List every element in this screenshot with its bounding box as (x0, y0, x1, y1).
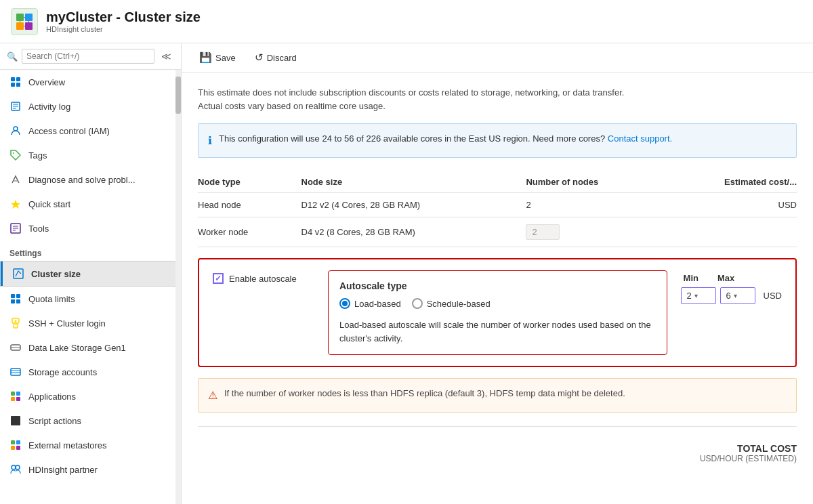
svg-rect-2 (16, 22, 24, 30)
total-cost-sub: USD/HOUR (ESTIMATED) (198, 454, 797, 463)
svg-rect-3 (25, 22, 33, 30)
access-control-icon (9, 125, 22, 137)
col-node-type: Node type (198, 171, 301, 193)
sidebar-item-label: Applications (28, 392, 76, 402)
sidebar-item-tools[interactable]: Tools (0, 216, 175, 240)
sidebar-item-cluster-size[interactable]: Cluster size (0, 261, 175, 287)
diagnose-icon (9, 173, 22, 186)
radio-load-based[interactable]: Load-based (339, 298, 401, 309)
collapse-icon[interactable]: ≪ (159, 49, 174, 63)
storage-icon (9, 366, 22, 378)
contact-support-link[interactable]: Contact support. (608, 133, 672, 144)
cluster-icon (15, 12, 34, 31)
script-actions-icon (9, 415, 22, 427)
nodes-table: Node type Node size Number of nodes Esti… (198, 171, 797, 247)
sidebar-item-tags[interactable]: Tags (0, 143, 175, 167)
autoscale-radios: Load-based Schedule-based (339, 298, 656, 309)
svg-point-45 (16, 465, 20, 469)
head-node-cost: USD (669, 193, 797, 217)
sidebar-item-external-metastores[interactable]: External metastores (0, 433, 175, 457)
sidebar-item-label: Diagnose and solve probl... (28, 175, 136, 185)
info-icon: ℹ (208, 133, 212, 149)
svg-point-17 (13, 152, 14, 154)
discard-button[interactable]: ↺ Discard (251, 49, 301, 66)
search-container: 🔍 ≪ (0, 43, 181, 70)
sidebar-item-activity-log[interactable]: Activity log (0, 94, 175, 119)
overview-icon (9, 76, 22, 88)
discard-icon: ↺ (255, 51, 264, 64)
sidebar-item-hdinsight-partner[interactable]: HDInsight partner (0, 457, 175, 482)
worker-node-size: D4 v2 (8 Cores, 28 GB RAM) (301, 217, 526, 247)
data-lake-icon (9, 341, 22, 354)
max-value-select[interactable]: 6 ▾ (720, 287, 755, 304)
sidebar-item-label: Tags (28, 150, 47, 161)
radio-outer-empty (412, 298, 423, 309)
save-button[interactable]: 💾 Save (195, 49, 240, 66)
radio-schedule-based[interactable]: Schedule-based (412, 298, 491, 309)
header-title: myCluster - Cluster size (46, 9, 201, 25)
sidebar-item-label: SSH + Cluster login (28, 318, 106, 329)
min-value-select[interactable]: 2 ▾ (681, 287, 716, 304)
col-est-cost: Estimated cost/... (669, 171, 797, 193)
sidebar-item-diagnose[interactable]: Diagnose and solve probl... (0, 167, 175, 192)
sidebar-item-script-actions[interactable]: Script actions (0, 408, 175, 433)
svg-rect-11 (16, 83, 20, 87)
search-input[interactable] (22, 49, 154, 64)
svg-rect-29 (14, 324, 18, 328)
svg-rect-10 (11, 83, 15, 87)
save-label: Save (215, 53, 236, 63)
svg-rect-25 (11, 299, 15, 303)
header: myCluster - Cluster size HDInsight clust… (0, 0, 813, 43)
autoscale-checkbox[interactable]: ✓ (213, 273, 224, 284)
autoscale-inner-box: Autoscale type Load-based Schedule-based (328, 270, 667, 355)
sidebar-nav: Overview Activity log Access control (IA… (0, 70, 175, 504)
sidebar-item-quick-start[interactable]: Quick start (0, 192, 175, 216)
sidebar-item-label: Quota limits (28, 294, 75, 304)
applications-icon (9, 390, 22, 402)
svg-rect-22 (14, 269, 23, 278)
sidebar-item-label: Tools (28, 224, 49, 234)
info-text: This estimate does not include subscript… (198, 86, 797, 112)
header-text: myCluster - Cluster size HDInsight clust… (46, 9, 201, 33)
quota-limits-icon (9, 293, 22, 305)
divider (198, 426, 797, 427)
total-cost: TOTAL COST USD/HOUR (ESTIMATED) (198, 438, 797, 469)
sidebar-item-label: HDInsight partner (28, 465, 98, 475)
min-label: Min (684, 273, 699, 283)
config-info-text: This configuration will use 24 to 56 of … (219, 133, 605, 144)
table-row: Worker node D4 v2 (8 Cores, 28 GB RAM) 2 (198, 217, 797, 247)
hdinsight-partner-icon (9, 463, 22, 476)
svg-rect-38 (16, 397, 20, 401)
sidebar-item-applications[interactable]: Applications (0, 384, 175, 408)
warning-icon: ⚠ (208, 387, 217, 404)
sidebar-item-data-lake[interactable]: Data Lake Storage Gen1 (0, 335, 175, 360)
svg-rect-24 (16, 294, 20, 298)
sidebar-item-overview[interactable]: Overview (0, 70, 175, 94)
warning-text: If the number of worker nodes is less th… (224, 387, 625, 400)
sidebar-item-storage-accounts[interactable]: Storage accounts (0, 360, 175, 384)
sidebar-item-label: Overview (28, 77, 65, 87)
tags-icon (9, 149, 22, 161)
min-value: 2 (687, 291, 692, 301)
min-chevron-icon: ▾ (694, 292, 698, 299)
col-node-size: Node size (301, 171, 526, 193)
svg-rect-37 (11, 397, 15, 401)
sidebar-item-label: Script actions (28, 416, 81, 426)
sidebar-item-access-control[interactable]: Access control (IAM) (0, 119, 175, 143)
activity-log-icon (9, 100, 22, 112)
head-node-type: Head node (198, 193, 301, 217)
svg-rect-43 (16, 446, 20, 450)
sidebar: 🔍 ≪ Overview Activity log (0, 43, 182, 504)
svg-rect-40 (11, 440, 15, 444)
worker-node-type: Worker node (198, 217, 301, 247)
content-body: This estimate does not include subscript… (182, 72, 813, 504)
cluster-size-icon (12, 268, 24, 280)
sidebar-item-label: Access control (IAM) (28, 126, 110, 136)
sidebar-item-quota-limits[interactable]: Quota limits (0, 287, 175, 311)
col-num-nodes: Number of nodes (526, 171, 668, 193)
sidebar-item-ssh-login[interactable]: SSH + Cluster login (0, 311, 175, 335)
min-max-labels: Min Max (681, 273, 735, 283)
svg-rect-39 (11, 416, 20, 425)
svg-rect-42 (11, 446, 15, 450)
search-icon: 🔍 (7, 51, 18, 62)
